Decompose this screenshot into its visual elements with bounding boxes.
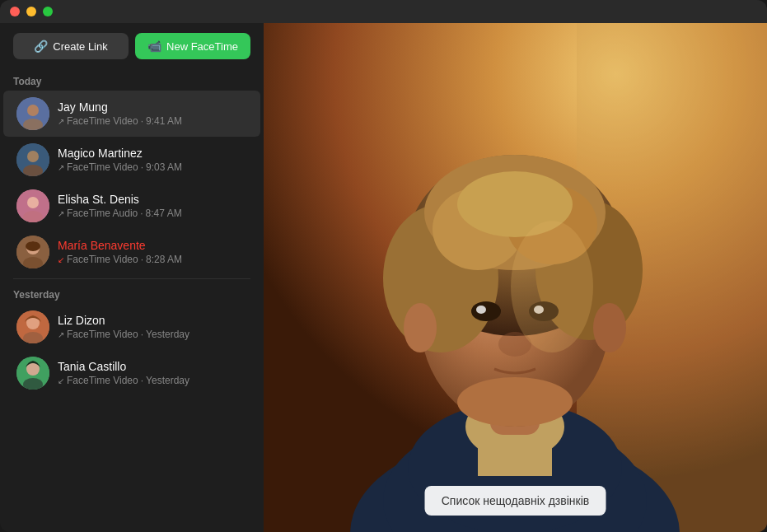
call-name-magico-martinez: Magico Martinez (58, 147, 247, 160)
caption-area: Список нещодавніх дзвінків (264, 486, 767, 532)
call-detail-tania-castillo: ↙ FaceTime Video · Yesterday (58, 375, 247, 386)
section-separator (13, 278, 250, 279)
call-separator-2: · (141, 161, 143, 173)
call-info-jay-mung: Jay Mung ↗ FaceTime Video · 9:41 AM (58, 100, 247, 127)
caption-text: Список нещодавніх дзвінків (442, 494, 590, 507)
call-time-liz-dizon: Yesterday (146, 329, 189, 340)
main-content: 🔗 Create Link 📹 New FaceTime Today (0, 23, 767, 532)
svg-point-37 (476, 306, 486, 314)
call-time-elisha-st-denis: 8:47 AM (146, 208, 182, 219)
incoming-arrow-icon-2: ↙ (58, 376, 64, 385)
call-separator-1: · (141, 115, 143, 127)
avatar-maria-benavente (16, 236, 49, 268)
svg-point-41 (511, 221, 593, 352)
outgoing-arrow-icon-3: ↗ (58, 209, 64, 218)
new-facetime-button[interactable]: 📹 New FaceTime (135, 33, 250, 59)
call-item-jay-mung[interactable]: Jay Mung ↗ FaceTime Video · 9:41 AM (3, 91, 260, 137)
avatar-elisha-st-denis (16, 189, 49, 222)
call-separator-6: · (141, 375, 143, 386)
call-separator-4: · (141, 254, 143, 265)
call-detail-maria-benavente: ↙ FaceTime Video · 8:28 AM (58, 254, 247, 265)
call-separator-3: · (140, 208, 143, 219)
avatar-tania-castillo (16, 357, 49, 390)
call-type-liz-dizon: FaceTime Video (67, 329, 138, 340)
call-type-maria-benavente: FaceTime Video (67, 254, 138, 265)
svg-point-12 (26, 241, 40, 251)
svg-point-42 (404, 303, 437, 352)
outgoing-arrow-icon: ↗ (58, 117, 64, 126)
call-detail-magico-martinez: ↗ FaceTime Video · 9:03 AM (58, 161, 247, 173)
call-detail-jay-mung: ↗ FaceTime Video · 9:41 AM (58, 115, 247, 127)
call-name-elisha-st-denis: Elisha St. Denis (58, 193, 247, 206)
call-item-liz-dizon[interactable]: Liz Dizon ↗ FaceTime Video · Yesterday (3, 304, 260, 350)
call-time-tania-castillo: Yesterday (146, 375, 189, 386)
outgoing-arrow-icon-2: ↗ (58, 163, 64, 172)
section-label-today: Today (0, 69, 264, 91)
call-info-liz-dizon: Liz Dizon ↗ FaceTime Video · Yesterday (58, 314, 247, 340)
call-type-elisha-st-denis: FaceTime Audio (67, 208, 138, 219)
call-type-tania-castillo: FaceTime Video (67, 375, 138, 386)
call-info-elisha-st-denis: Elisha St. Denis ↗ FaceTime Audio · 8:47… (58, 193, 247, 219)
call-time-jay-mung: 9:41 AM (146, 115, 182, 127)
svg-point-7 (27, 197, 39, 208)
call-time-magico-martinez: 9:03 AM (146, 161, 182, 173)
video-camera-icon: 📹 (147, 40, 161, 53)
call-name-maria-benavente: María Benavente (58, 239, 247, 252)
call-name-jay-mung: Jay Mung (58, 100, 247, 114)
create-link-label: Create Link (53, 40, 107, 53)
call-info-tania-castillo: Tania Castillo ↙ FaceTime Video · Yester… (58, 360, 247, 386)
new-facetime-label: New FaceTime (166, 40, 238, 53)
svg-point-1 (27, 105, 39, 116)
call-time-maria-benavente: 8:28 AM (146, 254, 182, 265)
close-button[interactable] (10, 7, 20, 16)
call-item-magico-martinez[interactable]: Magico Martinez ↗ FaceTime Video · 9:03 … (3, 137, 260, 183)
app-window: 🔗 Create Link 📹 New FaceTime Today (0, 0, 767, 532)
call-item-maria-benavente[interactable]: María Benavente ↙ FaceTime Video · 8:28 … (3, 229, 260, 275)
incoming-arrow-icon: ↙ (58, 255, 64, 264)
title-bar (0, 0, 767, 23)
photo-area: Список нещодавніх дзвінків (264, 23, 767, 532)
call-item-tania-castillo[interactable]: Tania Castillo ↙ FaceTime Video · Yester… (3, 350, 260, 396)
svg-point-35 (471, 301, 501, 321)
call-type-jay-mung: FaceTime Video (67, 115, 138, 127)
minimize-button[interactable] (26, 7, 36, 16)
outgoing-arrow-icon-4: ↗ (58, 330, 64, 339)
call-list: Today Jay Mung ↗ FaceTim (0, 69, 264, 532)
avatar-magico-martinez (16, 143, 49, 176)
call-info-maria-benavente: María Benavente ↙ FaceTime Video · 8:28 … (58, 239, 247, 265)
call-detail-elisha-st-denis: ↗ FaceTime Audio · 8:47 AM (58, 208, 247, 219)
call-name-liz-dizon: Liz Dizon (58, 314, 247, 327)
svg-point-40 (457, 377, 573, 427)
call-name-tania-castillo: Tania Castillo (58, 360, 247, 373)
create-link-button[interactable]: 🔗 Create Link (13, 33, 129, 59)
avatar-jay-mung (16, 97, 49, 130)
call-detail-liz-dizon: ↗ FaceTime Video · Yesterday (58, 329, 247, 340)
call-info-magico-martinez: Magico Martinez ↗ FaceTime Video · 9:03 … (58, 147, 247, 173)
avatar-liz-dizon (16, 310, 49, 343)
sidebar: 🔗 Create Link 📹 New FaceTime Today (0, 23, 264, 532)
sidebar-header: 🔗 Create Link 📹 New FaceTime (0, 23, 264, 69)
call-type-magico-martinez: FaceTime Video (67, 161, 138, 173)
section-label-yesterday: Yesterday (0, 282, 264, 304)
svg-point-4 (27, 151, 39, 162)
call-separator-5: · (141, 329, 143, 340)
caption-line: Список нещодавніх дзвінків (442, 494, 590, 507)
caption-box: Список нещодавніх дзвінків (425, 486, 606, 516)
link-icon: 🔗 (34, 40, 48, 53)
svg-point-43 (593, 303, 626, 352)
call-item-elisha-st-denis[interactable]: Elisha St. Denis ↗ FaceTime Audio · 8:47… (3, 183, 260, 229)
person-illustration (264, 23, 767, 532)
maximize-button[interactable] (43, 7, 53, 16)
